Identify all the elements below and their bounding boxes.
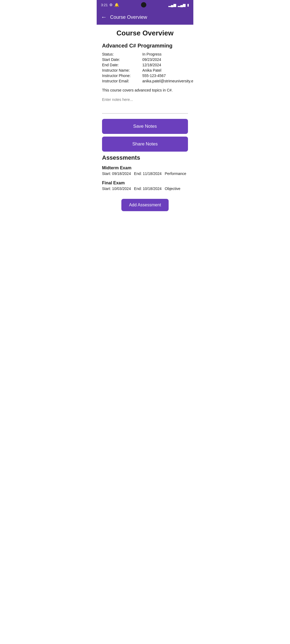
status-label: Status: (102, 52, 142, 56)
instructor-phone-row: Instructor Phone: 555-123-4567 (102, 74, 188, 78)
time-display: 3:21 (101, 3, 108, 7)
course-info-table: Status: In Progress Start Date: 09/23/20… (102, 52, 188, 83)
start-date-label: Start Date: (102, 57, 142, 62)
instructor-name-row: Instructor Name: Anika Patel (102, 68, 188, 72)
status-row: Status: In Progress (102, 52, 188, 56)
status-time: 3:21 ⚙ 🔔 (101, 3, 119, 7)
assessment-name-2: Final Exam (102, 181, 188, 185)
wifi-icon: ▂▄▆ (168, 3, 176, 7)
list-item: Final Exam Start: 10/03/2024 End: 10/18/… (102, 181, 188, 191)
signal-icon: ▂▄▆ (178, 3, 186, 7)
battery-icon: ▮ (187, 3, 189, 7)
assessment-details-1: Start: 09/18/2024 End: 11/18/2024 Perfor… (102, 171, 188, 176)
back-button[interactable]: ← (101, 14, 107, 21)
assessment-name-1: Midterm Exam (102, 166, 188, 170)
page-title: Course Overview (102, 29, 188, 37)
main-content: Course Overview Advanced C# Programming … (97, 25, 193, 221)
start-date-row: Start Date: 09/23/2024 (102, 57, 188, 62)
status-value: In Progress (142, 52, 162, 56)
add-assessment-button[interactable]: Add Assessment (121, 199, 168, 211)
assessments-title: Assessments (102, 154, 188, 161)
status-center (141, 2, 146, 8)
camera-icon: ⚙ (109, 3, 113, 7)
end-date-label: End Date: (102, 63, 142, 67)
end-date-row: End Date: 12/18/2024 (102, 63, 188, 67)
end-date-value: 12/18/2024 (142, 63, 161, 67)
instructor-phone-value: 555-123-4567 (142, 74, 166, 78)
list-item: Midterm Exam Start: 09/18/2024 End: 11/1… (102, 166, 188, 176)
app-bar: ← Course Overview (97, 10, 193, 25)
alarm-icon: 🔔 (114, 3, 119, 7)
circle-icon (141, 2, 146, 8)
course-name: Advanced C# Programming (102, 43, 188, 49)
share-notes-button[interactable]: Share Notes (102, 137, 188, 152)
status-bar: 3:21 ⚙ 🔔 ▂▄▆ ▂▄▆ ▮ (97, 0, 193, 10)
status-icons: ▂▄▆ ▂▄▆ ▮ (168, 3, 189, 7)
assessment-details-2: Start: 10/03/2024 End: 10/18/2024 Object… (102, 186, 188, 191)
instructor-name-label: Instructor Name: (102, 68, 142, 72)
app-bar-title: Course Overview (110, 14, 147, 20)
instructor-email-label: Instructor Email: (102, 79, 142, 83)
save-notes-button[interactable]: Save Notes (102, 119, 188, 134)
notes-input[interactable] (102, 97, 188, 114)
start-date-value: 09/23/2024 (142, 57, 161, 62)
course-description: This course covers advanced topics in C#… (102, 87, 188, 93)
instructor-email-value: anika.patel@strimeuniversity.edu (142, 79, 193, 83)
instructor-email-row: Instructor Email: anika.patel@strimeuniv… (102, 79, 188, 83)
add-assessment-wrapper: Add Assessment (102, 199, 188, 211)
assessments-section: Assessments Midterm Exam Start: 09/18/20… (102, 154, 188, 191)
instructor-name-value: Anika Patel (142, 68, 161, 72)
instructor-phone-label: Instructor Phone: (102, 74, 142, 78)
